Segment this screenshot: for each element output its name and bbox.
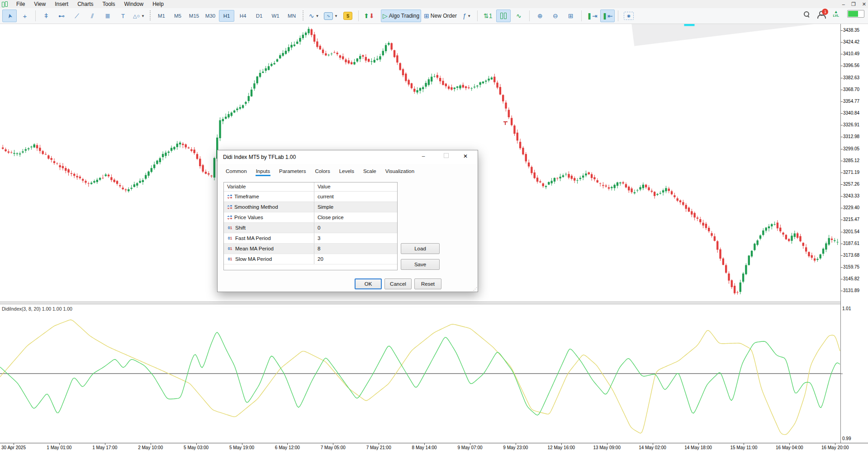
window-minimize-button[interactable]: – xyxy=(842,1,845,7)
table-row[interactable]: Timeframecurrent xyxy=(224,192,397,202)
indicator-window-button[interactable]: ∿ ▼ xyxy=(322,10,340,22)
save-button[interactable]: Save xyxy=(401,259,440,270)
new-order-button[interactable]: ⊞ New Order xyxy=(422,10,459,22)
param-value[interactable]: current xyxy=(314,192,397,202)
window-restore-button[interactable]: ❐ xyxy=(851,1,856,7)
price-axis-label: 3131.89 xyxy=(843,288,859,293)
reset-button[interactable]: Reset xyxy=(414,278,441,289)
ok-button[interactable]: OK xyxy=(355,278,382,289)
indicators-button[interactable]: ƒ ▼ xyxy=(460,10,474,22)
param-value[interactable]: Simple xyxy=(314,202,397,212)
tick-chart-button[interactable]: ⇅1 xyxy=(481,10,495,22)
chart-style-button[interactable]: ∿ ▼ xyxy=(307,10,321,22)
load-button[interactable]: Load xyxy=(401,243,440,254)
param-value[interactable]: 8 xyxy=(314,244,397,254)
price-axis-label: 3201.54 xyxy=(843,229,859,234)
zoom-out-button[interactable]: ⊖ xyxy=(548,10,563,22)
dropdown-param-icon xyxy=(227,194,232,199)
trendline-button[interactable]: ⟋ xyxy=(70,10,84,22)
timeframe-h1[interactable]: H1 xyxy=(219,10,234,22)
pane-splitter[interactable] xyxy=(0,302,840,304)
timeframe-m15[interactable]: M15 xyxy=(186,10,202,22)
dialog-tab-levels[interactable]: Levels xyxy=(336,167,358,176)
table-row[interactable]: 01Slow MA Period20 xyxy=(224,254,397,264)
screenshot-button[interactable]: ◉ xyxy=(621,10,636,22)
dialog-tab-colors[interactable]: Colors xyxy=(311,167,333,176)
price-axis-tick xyxy=(841,232,843,232)
channel-button[interactable]: ⫽ xyxy=(85,10,100,22)
timeframe-h4[interactable]: H4 xyxy=(235,10,251,22)
window-close-button[interactable]: ✕ xyxy=(862,1,866,7)
dialog-minimize-button[interactable]: – xyxy=(417,153,430,159)
table-row[interactable]: 01Shift0 xyxy=(224,223,397,233)
vertical-line-button[interactable]: ǂ xyxy=(39,10,53,22)
horizontal-line-button[interactable]: ⊷ xyxy=(54,10,69,22)
dialog-maximize-button[interactable] xyxy=(439,153,453,159)
dialog-resize-grip[interactable]: ⋰ xyxy=(473,287,477,291)
timeframe-w1[interactable]: W1 xyxy=(268,10,283,22)
cancel-button[interactable]: Cancel xyxy=(384,278,412,289)
table-row[interactable]: 01Fast MA Period3 xyxy=(224,233,397,244)
dialog-title-bar[interactable]: Didi Index MT5 by TFLab 1.00 xyxy=(218,150,478,164)
menu-item-insert[interactable]: Insert xyxy=(50,0,73,8)
price-axis-tick xyxy=(841,78,843,78)
menu-item-file[interactable]: File xyxy=(12,0,29,8)
menu-item-charts[interactable]: Charts xyxy=(73,0,98,8)
price-axis[interactable]: 3438.353424.423410.493396.563382.633368.… xyxy=(840,24,868,443)
menu-item-help[interactable]: Help xyxy=(148,0,168,8)
quotes-button[interactable]: $ xyxy=(341,10,355,22)
param-name: Slow MA Period xyxy=(235,254,272,264)
search-icon[interactable] xyxy=(804,11,809,17)
dialog-tab-visualization[interactable]: Visualization xyxy=(382,167,418,176)
price-axis-tick xyxy=(841,66,843,66)
price-axis-tick xyxy=(841,125,843,125)
dialog-close-button[interactable]: ✕ xyxy=(459,153,472,159)
shapes-button[interactable]: △○ ▼ xyxy=(131,10,147,22)
param-value[interactable]: 0 xyxy=(314,223,397,233)
text-button[interactable]: T xyxy=(116,10,130,22)
fibonacci-button[interactable]: ≣ xyxy=(100,10,115,22)
buy-sell-button[interactable]: ⬆⬇ xyxy=(362,10,376,22)
timeframe-d1[interactable]: D1 xyxy=(251,10,267,22)
table-row[interactable]: 01Mean MA Period8 xyxy=(224,244,397,254)
table-row[interactable]: Price ValuesClose price xyxy=(224,212,397,223)
crosshair-button[interactable]: + xyxy=(18,10,32,22)
menu-item-window[interactable]: Window xyxy=(120,0,148,8)
menu-item-view[interactable]: View xyxy=(29,0,50,8)
dialog-tab-common[interactable]: Common xyxy=(222,167,251,176)
candles-mode-button[interactable] xyxy=(496,10,511,22)
zoom-in-button[interactable]: ⊕ xyxy=(533,10,547,22)
dialog-tab-inputs[interactable]: Inputs xyxy=(252,167,274,176)
auto-scroll-button[interactable]: ❚⇤ xyxy=(600,10,615,22)
price-axis-label: 3382.63 xyxy=(843,75,859,80)
param-value[interactable]: 20 xyxy=(314,254,397,264)
price-axis-tick xyxy=(841,255,843,256)
table-row[interactable]: Smoothing MethodSimple xyxy=(224,202,397,212)
timeframe-mn[interactable]: MN xyxy=(284,10,299,22)
cursor-button[interactable]: ➤ xyxy=(2,10,17,22)
time-axis-label: 14 May 18:00 xyxy=(684,445,712,450)
algo-trading-button[interactable]: ▷ Algo Trading xyxy=(381,10,421,22)
param-value[interactable]: Close price xyxy=(314,212,397,222)
time-axis-label: 8 May 14:00 xyxy=(412,445,437,450)
horizontal-line-icon: ⊷ xyxy=(58,12,65,19)
dialog-tab-scale[interactable]: Scale xyxy=(360,167,380,176)
line-mode-button[interactable]: ∿ xyxy=(512,10,526,22)
numeric-param-icon: 01 xyxy=(227,223,233,233)
price-axis-label: 3229.40 xyxy=(843,205,859,210)
dialog-tab-parameters[interactable]: Parameters xyxy=(275,167,309,176)
time-axis[interactable]: 30 Apr 20251 May 01:001 May 17:002 May 1… xyxy=(0,443,868,451)
menu-item-tools[interactable]: Tools xyxy=(98,0,120,8)
auto-scroll-icon: ❚⇤ xyxy=(602,12,612,19)
timeframe-m1[interactable]: M1 xyxy=(154,10,169,22)
timeframe-m30[interactable]: M30 xyxy=(203,10,218,22)
timeframe-m5[interactable]: M5 xyxy=(170,10,185,22)
price-axis-tick xyxy=(841,244,843,244)
indicator-pane[interactable] xyxy=(0,304,840,443)
lvl-icon[interactable]: ▲LVL xyxy=(833,10,839,18)
shift-end-button[interactable]: ❚⇥ xyxy=(585,10,599,22)
user-profile-icon[interactable]: 1 xyxy=(817,11,825,17)
param-value[interactable]: 3 xyxy=(314,233,397,243)
price-axis-label: 3271.19 xyxy=(843,170,859,175)
tile-windows-button[interactable]: ⊞ xyxy=(564,10,578,22)
